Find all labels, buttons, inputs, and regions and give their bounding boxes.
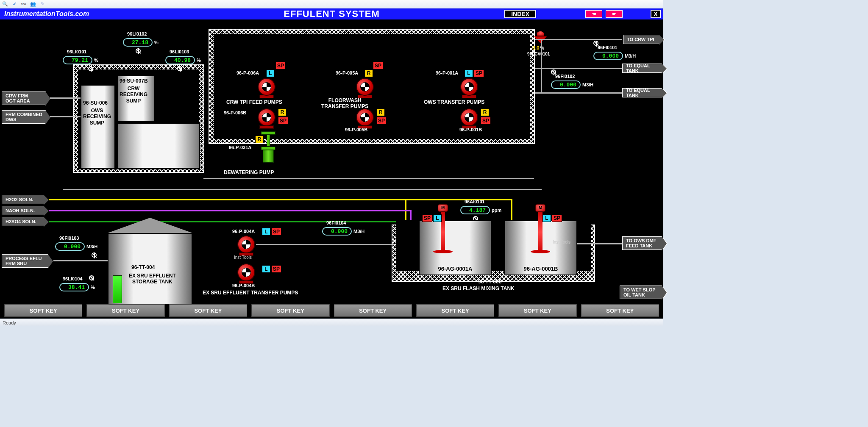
- check-icon[interactable]: ✔: [11, 1, 18, 8]
- readout-li0101-unit: %: [92, 58, 98, 63]
- label-ows-transfer: OWS TRANSFER PUMPS: [424, 99, 484, 105]
- soft-key-6[interactable]: SOFT KEY: [416, 304, 494, 317]
- xmtr-icon: [89, 275, 94, 280]
- readout-li0103[interactable]: 40.98%: [165, 56, 195, 64]
- outlet-wet-slop: TO WET SLOP OIL TANK: [620, 286, 662, 299]
- valve-fcv0101-tag: 96FCV0101: [527, 52, 550, 56]
- pump-p001a[interactable]: [460, 78, 478, 96]
- badge-p004a-L[interactable]: L: [262, 228, 270, 236]
- badge-p004b-SP[interactable]: SP: [271, 265, 281, 273]
- tank-su006-desc: OWS RECEIVING SUMP: [83, 108, 111, 126]
- tank-tt004-desc: EX SRU EFFLUENT STORAGE TANK: [129, 273, 176, 285]
- readout-fi0102[interactable]: 0.000M3/H: [551, 80, 581, 89]
- badge-p001a-SP[interactable]: SP: [474, 69, 484, 77]
- readout-fi0101[interactable]: 0.000M3/H: [593, 52, 623, 60]
- pump-p001b[interactable]: [460, 108, 478, 126]
- pump-p005b[interactable]: [356, 108, 374, 126]
- badge-agb-SP[interactable]: SP: [552, 214, 562, 222]
- users-icon[interactable]: 👥: [30, 1, 36, 8]
- readout-li0104[interactable]: 38.41%: [59, 283, 89, 291]
- badge-p004a-SP[interactable]: SP: [271, 228, 281, 236]
- nav-next-button[interactable]: ☛: [606, 10, 623, 18]
- badge-aga-L[interactable]: L: [433, 214, 442, 222]
- tag-li0103: 96LI0103: [170, 49, 189, 54]
- outlet-crw-tpi: TO CRW TPI: [623, 35, 659, 44]
- badge-p001b-SP[interactable]: SP: [481, 117, 491, 125]
- badge-p005b-R[interactable]: R: [376, 108, 385, 116]
- tank-su007b-tag: 96-SU-007B: [120, 78, 148, 84]
- tag-fi0103: 96FI0103: [59, 236, 79, 241]
- site-label: InstrumentationTools.com: [0, 10, 89, 18]
- inlet-h2o2: H2O2 SOLN.: [2, 195, 44, 204]
- tag-fi0104: 96FI0104: [326, 220, 346, 225]
- badge-p001b-R[interactable]: R: [481, 108, 489, 116]
- valve-fcv0101[interactable]: [534, 31, 547, 43]
- status-bar: Ready: [0, 319, 663, 326]
- readout-fi0104[interactable]: 0.000M3/H: [322, 227, 352, 236]
- dewatering-pump[interactable]: [263, 131, 275, 163]
- soft-key-4[interactable]: SOFT KEY: [251, 304, 329, 317]
- badge-p005a-R[interactable]: R: [364, 69, 373, 77]
- pump-p004a-tag: 96-P-004A: [232, 229, 255, 234]
- watermark-inst-tools-2: Inst Tools: [553, 240, 570, 244]
- tank-tt008-desc: EX SRU FLASH MIXING TANK: [442, 286, 515, 291]
- pump-p005a[interactable]: [356, 78, 374, 96]
- tag-fi0102: 96FI0102: [555, 74, 575, 79]
- tag-fi0101: 96FI0101: [598, 45, 617, 50]
- close-button[interactable]: X: [651, 10, 661, 18]
- readout-li0102[interactable]: 27.18%: [123, 38, 153, 47]
- soft-key-2[interactable]: SOFT KEY: [86, 304, 164, 317]
- badge-agb-L[interactable]: L: [542, 214, 551, 222]
- xmtr-icon: [177, 66, 182, 71]
- tank-tt004-tag: 96-TT-004: [131, 264, 155, 270]
- outlet-eq2: TO EQUAL TANK: [622, 88, 662, 97]
- badge-p006b-SP[interactable]: SP: [278, 117, 288, 125]
- tank-su007b-desc: CRW RECEIVING SUMP: [120, 86, 147, 104]
- badge-p005b-SP[interactable]: SP: [376, 117, 387, 125]
- zoom-icon[interactable]: 🔍: [2, 1, 8, 8]
- soft-key-5[interactable]: SOFT KEY: [334, 304, 412, 317]
- index-button[interactable]: INDEX: [504, 10, 536, 18]
- badge-aga-SP[interactable]: SP: [422, 214, 432, 222]
- soft-key-7[interactable]: SOFT KEY: [498, 304, 576, 317]
- outlet-eq1: TO EQUAL TANK: [622, 64, 662, 73]
- badge-p006b-R[interactable]: R: [278, 108, 287, 116]
- label-crw-feed: CRW TPI FEED PUMPS: [226, 99, 282, 105]
- edit-icon[interactable]: ✎: [39, 1, 46, 8]
- pump-p006b-tag: 96-P-006B: [224, 110, 246, 115]
- page-title: EFFULENT SYSTEM: [284, 8, 379, 19]
- soft-key-8[interactable]: SOFT KEY: [581, 304, 659, 317]
- badge-p031a-R[interactable]: R: [255, 136, 264, 143]
- badge-p005a-SP[interactable]: SP: [373, 62, 383, 69]
- pump-p006b[interactable]: [258, 108, 275, 126]
- tank-tt004-level: [113, 275, 122, 303]
- soft-key-3[interactable]: SOFT KEY: [169, 304, 247, 317]
- badge-p001a-L[interactable]: L: [465, 69, 473, 77]
- pump-p004b-tag: 96-P-004B: [232, 283, 255, 288]
- soft-key-1[interactable]: SOFT KEY: [4, 304, 82, 317]
- pump-p004a[interactable]: [237, 236, 255, 253]
- valve-fcv0101-val: 0.0%: [532, 45, 544, 51]
- title-bar: InstrumentationTools.com EFFULENT SYSTEM…: [0, 8, 663, 19]
- readout-fi0103[interactable]: 0.000M3/H: [55, 242, 85, 251]
- tag-li0104: 96LI0104: [63, 276, 82, 281]
- readout-ai0101[interactable]: 4.187ppm: [460, 206, 490, 214]
- nav-prev-button[interactable]: ☚: [585, 10, 602, 18]
- binoculars-icon[interactable]: 👓: [20, 1, 27, 8]
- soft-key-bar: SOFT KEY SOFT KEY SOFT KEY SOFT KEY SOFT…: [0, 302, 663, 319]
- tank-su006-tag: 96-SU-006: [83, 100, 108, 106]
- badge-p006a-SP[interactable]: SP: [275, 62, 286, 69]
- tank-ag0001a: 96-AG-0001A: [419, 220, 492, 275]
- readout-li0101[interactable]: 79.21 %: [63, 56, 92, 64]
- pump-p004b[interactable]: [237, 263, 255, 281]
- badge-p006a-L[interactable]: L: [266, 69, 275, 77]
- label-floorwash: FLOORWASH TRANSFER PUMPS: [321, 97, 368, 109]
- pump-p006a[interactable]: [258, 78, 275, 96]
- tank-ag0001a-tag: 96-AG-0001A: [420, 266, 491, 272]
- agitator-b[interactable]: [538, 211, 542, 253]
- watermark-inst-tools: Inst Tools: [234, 255, 252, 260]
- badge-p004b-L[interactable]: L: [262, 265, 270, 273]
- xmtr-icon: [88, 66, 93, 71]
- outlet-ows-dmf: TO OWS DMF FEED TANK: [622, 236, 662, 250]
- tag-li0101: 96LI0101: [67, 49, 86, 54]
